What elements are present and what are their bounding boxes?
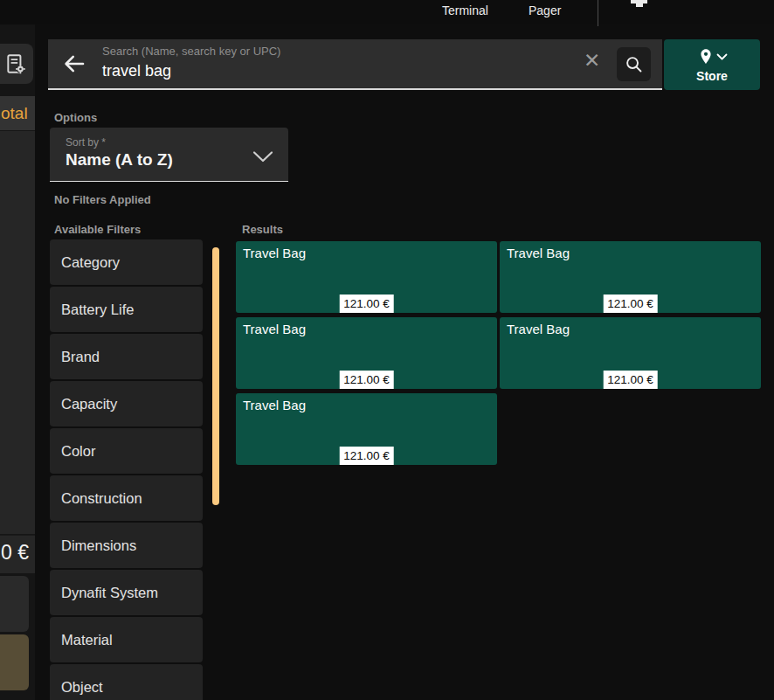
filter-list: CategoryBattery LifeBrandCapacityColorCo… — [50, 239, 203, 700]
product-price-badge: 121.00 € — [603, 371, 658, 389]
product-card[interactable]: Travel Bag121.00 € — [236, 393, 497, 465]
product-price-badge: 121.00 € — [339, 371, 394, 389]
filter-item-label: Category — [61, 254, 120, 271]
back-arrow-icon[interactable] — [61, 51, 87, 77]
sort-by-select[interactable]: Sort by * Name (A to Z) — [50, 128, 288, 182]
search-field-label: Search (Name, search key or UPC) — [102, 45, 280, 58]
filter-item-object[interactable]: Object — [50, 664, 203, 700]
search-field-value[interactable]: travel bag — [102, 62, 171, 80]
product-card[interactable]: Travel Bag121.00 € — [236, 317, 497, 389]
location-pin-icon — [696, 47, 715, 66]
search-submit-button[interactable] — [617, 47, 651, 81]
filter-item-category[interactable]: Category — [50, 239, 203, 285]
product-card[interactable]: Travel Bag121.00 € — [236, 241, 497, 313]
receipt-settings-button[interactable] — [0, 44, 33, 84]
tab-total-label: otal — [1, 104, 28, 123]
gear-icon[interactable] — [631, 0, 648, 8]
sort-by-label: Sort by * — [66, 136, 106, 149]
results-heading: Results — [242, 223, 283, 236]
pay-button[interactable] — [0, 634, 29, 690]
product-name: Travel Bag — [507, 246, 754, 260]
filter-item-dynafit-system[interactable]: Dynafit System — [50, 570, 203, 615]
filter-item-label: Battery Life — [61, 301, 134, 318]
product-name: Travel Bag — [507, 322, 754, 336]
product-price-badge: 121.00 € — [603, 295, 658, 313]
nav-terminal[interactable]: Terminal — [442, 3, 488, 17]
receipt-settings-icon — [4, 52, 27, 75]
filter-item-label: Capacity — [61, 396, 117, 412]
filters-applied-status: No Filters Applied — [54, 193, 151, 206]
filter-item-material[interactable]: Material — [50, 617, 203, 662]
store-selector-button[interactable]: Store — [664, 39, 760, 90]
numpad-button[interactable] — [0, 576, 29, 632]
order-total-amount: 0 € — [1, 541, 29, 565]
product-name: Travel Bag — [243, 322, 490, 336]
product-card[interactable]: Travel Bag121.00 € — [500, 317, 761, 389]
gear-icon-part — [636, 0, 643, 7]
product-price-badge: 121.00 € — [339, 447, 394, 465]
filter-item-label: Object — [61, 679, 103, 696]
filter-item-label: Construction — [61, 490, 142, 507]
top-bar: Terminal Pager — [0, 0, 774, 24]
tab-total[interactable]: otal — [0, 96, 35, 130]
product-price-badge: 121.00 € — [339, 295, 394, 313]
product-name: Travel Bag — [243, 398, 490, 412]
available-filters-heading: Available Filters — [54, 223, 141, 236]
nav-pager[interactable]: Pager — [529, 3, 561, 17]
order-total-row: 0 € — [0, 535, 35, 573]
filter-item-brand[interactable]: Brand — [50, 334, 203, 379]
filter-scrollbar[interactable] — [212, 247, 219, 505]
options-heading: Options — [54, 111, 97, 124]
sort-by-value: Name (A to Z) — [66, 150, 173, 170]
chevron-down-icon — [716, 53, 728, 61]
clear-search-icon[interactable]: ✕ — [584, 51, 600, 71]
chevron-down-icon — [252, 150, 274, 163]
filter-item-label: Brand — [61, 349, 100, 365]
product-card[interactable]: Travel Bag121.00 € — [500, 241, 761, 313]
order-lines-panel — [0, 131, 35, 534]
product-name: Travel Bag — [243, 246, 490, 260]
filter-item-label: Dimensions — [61, 537, 136, 554]
filter-item-construction[interactable]: Construction — [50, 475, 203, 521]
filter-item-color[interactable]: Color — [50, 428, 203, 474]
store-button-label: Store — [664, 69, 760, 83]
results-grid: Travel Bag121.00 €Travel Bag121.00 €Trav… — [236, 241, 761, 465]
filter-item-dimensions[interactable]: Dimensions — [50, 523, 203, 568]
filter-item-label: Dynafit System — [61, 585, 158, 601]
search-icon — [624, 54, 644, 74]
header-divider — [598, 0, 598, 26]
filter-item-capacity[interactable]: Capacity — [50, 381, 203, 426]
filter-item-battery-life[interactable]: Battery Life — [50, 287, 203, 332]
filter-item-label: Color — [61, 443, 95, 460]
filter-item-label: Material — [61, 632, 113, 648]
